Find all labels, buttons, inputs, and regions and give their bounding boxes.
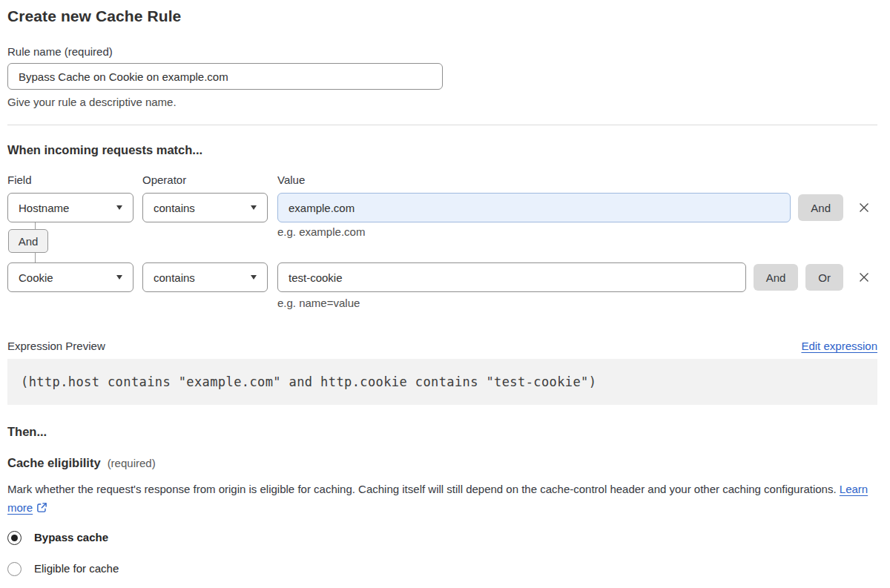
- rule-name-input[interactable]: [7, 63, 443, 90]
- close-icon: [857, 201, 871, 214]
- cache-eligibility-heading: Cache eligibility: [7, 455, 101, 471]
- rule-name-helper: Give your rule a descriptive name.: [7, 95, 877, 110]
- value-input[interactable]: [277, 193, 791, 222]
- close-icon: [857, 271, 871, 284]
- operator-column-label: Operator: [142, 173, 277, 188]
- connector-band: And e.g. example.com: [7, 222, 877, 262]
- cache-eligibility-header: Cache eligibility (required): [7, 455, 877, 471]
- eligibility-description: Mark whether the request's response from…: [7, 480, 871, 518]
- radio-option-bypass-cache[interactable]: Bypass cache: [7, 530, 877, 545]
- rule-name-label: Rule name (required): [7, 44, 877, 59]
- add-and-condition-button[interactable]: And: [798, 194, 843, 221]
- field-select[interactable]: Cookie: [7, 262, 134, 292]
- radio-option-eligible-for-cache[interactable]: Eligible for cache: [7, 561, 877, 576]
- radio-label: Eligible for cache: [34, 561, 119, 576]
- field-select-value: Hostname: [19, 202, 69, 214]
- radio-unselected-icon[interactable]: [7, 562, 22, 576]
- required-note: (required): [108, 457, 156, 469]
- value-column-label: Value: [277, 173, 877, 188]
- match-rule-row: Cookie contains And Or: [7, 262, 877, 292]
- field-column-label: Field: [7, 173, 142, 188]
- remove-condition-button[interactable]: [857, 270, 871, 285]
- expression-code-block: (http.host contains "example.com" and ht…: [7, 359, 877, 405]
- create-cache-rule-form: Create new Cache Rule Rule name (require…: [0, 0, 890, 576]
- then-section-heading: Then...: [7, 423, 877, 440]
- chevron-down-icon: [251, 205, 257, 210]
- match-column-labels: Field Operator Value: [7, 173, 877, 188]
- match-section-heading: When incoming requests match...: [7, 142, 877, 158]
- add-and-condition-button[interactable]: And: [754, 264, 799, 291]
- operator-select-value: contains: [154, 202, 195, 214]
- expression-preview-label: Expression Preview: [7, 338, 105, 354]
- chevron-down-icon: [116, 205, 122, 210]
- operator-select[interactable]: contains: [142, 262, 268, 292]
- value-hint: e.g. example.com: [277, 225, 365, 240]
- chevron-down-icon: [251, 275, 257, 280]
- operator-select-value: contains: [154, 271, 195, 284]
- value-input[interactable]: [277, 262, 746, 292]
- eligibility-description-text: Mark whether the request's response from…: [7, 483, 837, 495]
- match-rule-row: Hostname contains And: [7, 193, 877, 222]
- section-divider: [7, 125, 877, 125]
- chevron-down-icon: [116, 275, 122, 280]
- add-or-condition-button[interactable]: Or: [805, 264, 843, 291]
- and-connector-button[interactable]: And: [8, 229, 48, 253]
- external-link-icon: [36, 500, 47, 518]
- field-select-value: Cookie: [19, 271, 53, 284]
- radio-selected-icon[interactable]: [7, 531, 22, 545]
- page-title: Create new Cache Rule: [7, 7, 877, 26]
- edit-expression-link[interactable]: Edit expression: [801, 340, 877, 352]
- field-select[interactable]: Hostname: [7, 193, 134, 222]
- value-hint: e.g. name=value: [277, 296, 877, 311]
- radio-label: Bypass cache: [34, 530, 108, 545]
- remove-condition-button[interactable]: [857, 200, 871, 215]
- operator-select[interactable]: contains: [142, 193, 268, 222]
- expression-preview-header: Expression Preview Edit expression: [7, 338, 877, 354]
